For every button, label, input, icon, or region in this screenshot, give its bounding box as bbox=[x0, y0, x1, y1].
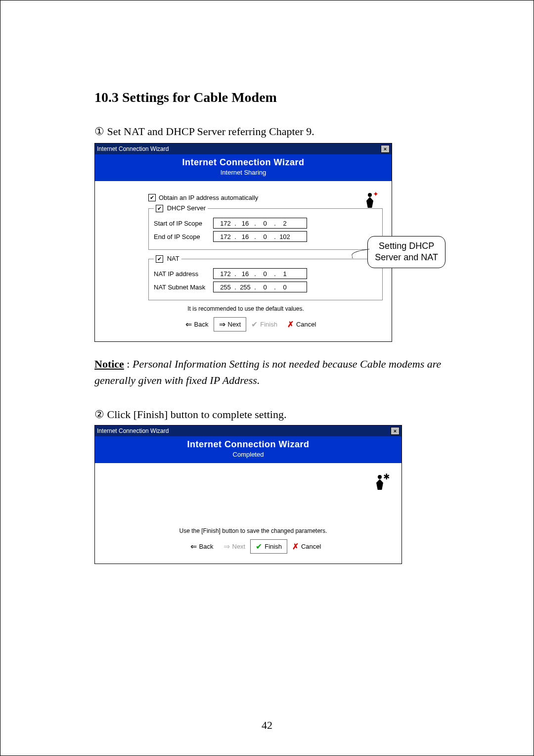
dhcp-label: DHCP Server bbox=[167, 204, 206, 212]
notice-text: Personal Information Setting is not need… bbox=[94, 358, 441, 386]
back-label: Back bbox=[199, 543, 214, 550]
back-button[interactable]: ⇐ Back bbox=[185, 540, 219, 553]
close-icon[interactable]: × bbox=[381, 145, 390, 153]
nat-ip-oct4[interactable]: 1 bbox=[277, 270, 293, 278]
section-heading: 10.3 Settings for Cable Modem bbox=[94, 90, 469, 105]
step-1-num: ① bbox=[94, 125, 104, 138]
cancel-label: Cancel bbox=[296, 321, 316, 328]
start-ip-oct2[interactable]: 16 bbox=[237, 220, 253, 227]
dialog-internet-sharing: Internet Connection Wizard × Internet Co… bbox=[94, 143, 392, 342]
dialog2-title: Internet Connection Wizard bbox=[97, 427, 169, 434]
nat-mask-oct3[interactable]: 0 bbox=[257, 284, 273, 291]
finish-label: Finish bbox=[260, 321, 277, 328]
nat-ip-oct2[interactable]: 16 bbox=[237, 270, 253, 278]
nat-label: NAT bbox=[167, 255, 179, 262]
end-ip-oct1[interactable]: 172 bbox=[218, 233, 233, 240]
start-ip-oct4[interactable]: 2 bbox=[277, 220, 293, 227]
callout-pointer-icon bbox=[352, 250, 371, 260]
arrow-right-icon: ⇒ bbox=[223, 542, 230, 551]
page-number: 42 bbox=[0, 719, 534, 732]
dhcp-checkbox[interactable]: ✔ bbox=[156, 205, 163, 212]
nat-ip-oct1[interactable]: 172 bbox=[218, 270, 233, 278]
dialog2-instruction: Use the [Finish] button to save the chan… bbox=[114, 527, 393, 534]
recommend-text: It is recommended to use the default val… bbox=[109, 305, 383, 312]
dialog1-banner-title: Internet Connection Wizard bbox=[95, 157, 392, 168]
dialog2-body: ✱ Use the [Finish] button to save the ch… bbox=[95, 463, 401, 564]
start-ip-input[interactable]: 172. 16. 0. 2 bbox=[213, 218, 307, 229]
cancel-label: Cancel bbox=[301, 543, 321, 550]
nat-ip-input[interactable]: 172. 16. 0. 1 bbox=[213, 268, 307, 279]
finish-button-disabled: ✔ Finish bbox=[246, 318, 282, 331]
obtain-ip-checkbox[interactable]: ✔ bbox=[148, 194, 156, 201]
step-1: ① Set NAT and DHCP Server referring Chap… bbox=[94, 125, 469, 138]
start-ip-label: Start of IP Scope bbox=[154, 220, 213, 227]
next-label: Next bbox=[228, 321, 241, 328]
nat-ip-label: NAT IP address bbox=[154, 270, 213, 278]
back-label: Back bbox=[194, 321, 209, 328]
next-button[interactable]: ⇒ Next bbox=[214, 317, 247, 331]
arrow-left-icon: ⇐ bbox=[190, 542, 197, 551]
end-ip-oct2[interactable]: 16 bbox=[237, 233, 253, 240]
dialog1-titlebar: Internet Connection Wizard × bbox=[95, 143, 392, 154]
dialog1-button-row: ⇐ Back ⇒ Next ✔ Finish ✗ Cancel bbox=[119, 312, 383, 337]
person-icon: ✱ bbox=[372, 472, 388, 490]
nat-mask-oct2[interactable]: 255 bbox=[237, 284, 253, 291]
check-icon: ✔ bbox=[256, 542, 262, 551]
dialog1-banner: Internet Connection Wizard Internet Shar… bbox=[95, 154, 392, 181]
cancel-button[interactable]: ✗ Cancel bbox=[282, 318, 321, 331]
end-ip-oct3[interactable]: 0 bbox=[257, 233, 273, 240]
start-ip-oct3[interactable]: 0 bbox=[257, 220, 273, 227]
nat-group: ✔ NAT NAT IP address 172. 16. 0. 1 NAT S… bbox=[148, 255, 383, 300]
nat-checkbox[interactable]: ✔ bbox=[156, 255, 163, 263]
step-2: ② Click [Finish] button to complete sett… bbox=[94, 408, 469, 421]
end-ip-label: End of IP Scope bbox=[154, 233, 213, 240]
dialog2-banner-sub: Completed bbox=[95, 451, 401, 458]
arrow-right-icon: ⇒ bbox=[219, 320, 225, 329]
next-label: Next bbox=[232, 543, 246, 550]
person-icon: ✦ bbox=[362, 190, 378, 208]
dialog1-title: Internet Connection Wizard bbox=[97, 145, 169, 152]
end-ip-oct4[interactable]: 102 bbox=[277, 233, 293, 240]
dialog2-button-row: ⇐ Back ⇒ Next ✔ Finish ✗ Cancel bbox=[119, 534, 393, 560]
dhcp-group: ✔ DHCP Server Start of IP Scope 172. 16.… bbox=[148, 204, 383, 250]
callout-line1: Setting DHCP bbox=[375, 240, 438, 252]
step-1-text: Set NAT and DHCP Server referring Chapte… bbox=[107, 125, 314, 138]
callout-dhcp-nat: Setting DHCP Server and NAT bbox=[367, 236, 445, 268]
x-icon: ✗ bbox=[292, 542, 299, 551]
nat-mask-oct4[interactable]: 0 bbox=[277, 284, 293, 291]
dialog1-banner-sub: Internet Sharing bbox=[95, 169, 392, 176]
dialog2-banner-title: Internet Connection Wizard bbox=[95, 439, 401, 450]
notice-sep: : bbox=[124, 358, 133, 370]
notice: Notice : Personal Information Setting is… bbox=[94, 356, 469, 388]
nat-mask-label: NAT Subnet Mask bbox=[154, 284, 213, 291]
end-ip-input[interactable]: 172. 16. 0. 102 bbox=[213, 231, 307, 242]
finish-button[interactable]: ✔ Finish bbox=[250, 539, 287, 554]
check-icon: ✔ bbox=[251, 320, 258, 329]
dialog2-titlebar: Internet Connection Wizard × bbox=[95, 425, 401, 436]
step-2-text: Click [Finish] button to complete settin… bbox=[107, 408, 287, 421]
back-button[interactable]: ⇐ Back bbox=[180, 318, 214, 331]
arrow-left-icon: ⇐ bbox=[185, 320, 192, 329]
callout-line2: Server and NAT bbox=[375, 252, 438, 263]
next-button-disabled: ⇒ Next bbox=[219, 540, 251, 553]
step-2-num: ② bbox=[94, 408, 104, 421]
notice-label: Notice bbox=[94, 358, 124, 370]
nat-mask-input[interactable]: 255. 255. 0. 0 bbox=[213, 282, 307, 292]
dialog2-banner: Internet Connection Wizard Completed bbox=[95, 436, 401, 463]
finish-label: Finish bbox=[265, 543, 282, 550]
nat-mask-oct1[interactable]: 255 bbox=[218, 284, 233, 291]
nat-ip-oct3[interactable]: 0 bbox=[257, 270, 273, 278]
obtain-ip-label: Obtain an IP address automatically bbox=[159, 194, 258, 201]
close-icon[interactable]: × bbox=[391, 427, 400, 435]
dialog-completed: Internet Connection Wizard × Internet Co… bbox=[94, 425, 402, 564]
x-icon: ✗ bbox=[287, 320, 294, 329]
start-ip-oct1[interactable]: 172 bbox=[218, 220, 233, 227]
cancel-button[interactable]: ✗ Cancel bbox=[287, 540, 326, 553]
dialog1-body: ✦ ✔ Obtain an IP address automatically ✔… bbox=[95, 181, 392, 341]
